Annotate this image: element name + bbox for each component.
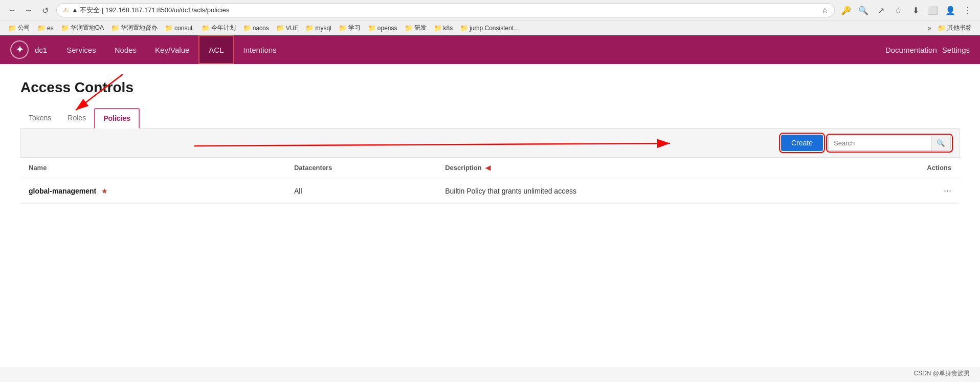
bookmark-gongsi[interactable]: 📁 公司 xyxy=(5,23,33,33)
folder-icon: 📁 xyxy=(938,24,946,32)
bookmark-jihua[interactable]: 📁 今年计划 xyxy=(198,23,239,33)
consul-nav-right: Documentation Settings xyxy=(885,46,970,54)
bookmark-consul[interactable]: 📁 consuL xyxy=(162,23,197,33)
table-row: global-management ★ All Builtin Policy t… xyxy=(20,178,960,204)
back-button[interactable]: ← xyxy=(5,3,19,17)
url-text: ▲ 不安全 | 192.168.187.171:8500/ui/dc1/acls… xyxy=(72,6,819,15)
star-bookmark-icon[interactable]: ☆ xyxy=(822,7,828,14)
folder-icon: 📁 xyxy=(339,24,347,32)
folder-icon: 📁 xyxy=(61,24,69,32)
bookmark-duban[interactable]: 📁 华润置地督办 xyxy=(108,23,161,33)
documentation-link[interactable]: Documentation xyxy=(885,46,937,54)
bookmark-other[interactable]: 📁 其他书签 xyxy=(934,23,975,33)
folder-icon: 📁 xyxy=(460,24,468,32)
policy-datacenters-cell: All xyxy=(286,178,437,204)
datacenter-label: dc1 xyxy=(35,46,47,54)
consul-navbar: ✦ dc1 Services Nodes Key/Value ACL Inten… xyxy=(0,35,980,64)
tab-policies[interactable]: Policies xyxy=(94,108,140,129)
folder-icon: 📁 xyxy=(165,24,173,32)
bookmark-nacos[interactable]: 📁 nacos xyxy=(240,23,272,33)
column-header-actions: Actions xyxy=(847,158,960,178)
window-icon[interactable]: ⬜ xyxy=(926,3,940,17)
nav-item-intentions[interactable]: Intentions xyxy=(234,35,286,64)
folder-icon: 📁 xyxy=(276,24,284,32)
bookmark-mysql[interactable]: 📁 mysql xyxy=(302,23,334,33)
main-content: Access Controls Tokens Roles Policies Cr… xyxy=(0,64,980,367)
bookmark-jump[interactable]: 📁 jump Consistent... xyxy=(457,23,522,33)
zoom-icon[interactable]: 🔍 xyxy=(856,3,871,17)
folder-icon: 📁 xyxy=(434,24,442,32)
sort-icon: ◀ xyxy=(485,164,491,172)
policy-description-cell: Builtin Policy that grants unlimited acc… xyxy=(437,178,847,204)
bookmark-vue[interactable]: 📁 VUE xyxy=(273,23,302,33)
bookmark-openss[interactable]: 📁 openss xyxy=(365,23,400,33)
bookmark-icon[interactable]: ☆ xyxy=(891,3,905,17)
folder-icon: 📁 xyxy=(405,24,413,32)
browser-toolbar: ← → ↺ ⚠ ▲ 不安全 | 192.168.187.171:8500/ui/… xyxy=(0,0,980,20)
tab-roles[interactable]: Roles xyxy=(59,109,94,128)
bookmark-yanfa[interactable]: 📁 研发 xyxy=(402,23,430,33)
profile-icon[interactable]: 👤 xyxy=(943,3,957,17)
policy-name-cell: global-management ★ xyxy=(20,178,286,204)
folder-icon: 📁 xyxy=(305,24,314,32)
folder-icon: 📁 xyxy=(37,24,46,32)
nav-item-keyvalue[interactable]: Key/Value xyxy=(146,35,198,64)
browser-chrome: ← → ↺ ⚠ ▲ 不安全 | 192.168.187.171:8500/ui/… xyxy=(0,0,980,35)
menu-icon[interactable]: ⋮ xyxy=(961,3,975,17)
folder-icon: 📁 xyxy=(202,24,210,32)
nav-item-nodes[interactable]: Nodes xyxy=(105,35,146,64)
bookmark-xuexi[interactable]: 📁 学习 xyxy=(336,23,364,33)
consul-nav-items: Services Nodes Key/Value ACL Intentions xyxy=(57,35,885,64)
nav-item-acl[interactable]: ACL xyxy=(198,35,234,64)
search-button[interactable]: 🔍 xyxy=(931,136,950,150)
nav-item-services[interactable]: Services xyxy=(57,35,105,64)
share-icon[interactable]: ↗ xyxy=(874,3,888,17)
folder-icon: 📁 xyxy=(111,24,119,32)
consul-logo-text: ✦ xyxy=(16,44,24,55)
policies-table: Name Datacenters Description ◀ Actions g… xyxy=(20,158,960,204)
actions-menu-button[interactable]: ··· xyxy=(944,185,951,196)
bookmarks-bar: 📁 公司 📁 es 📁 华润置地OA 📁 华润置地督办 📁 consuL 📁 今… xyxy=(0,20,980,35)
folder-icon: 📁 xyxy=(8,24,16,32)
bookmark-oa[interactable]: 📁 华润置地OA xyxy=(58,23,107,33)
key-icon[interactable]: 🔑 xyxy=(839,3,853,17)
address-bar[interactable]: ⚠ ▲ 不安全 | 192.168.187.171:8500/ui/dc1/ac… xyxy=(56,3,835,17)
download-icon[interactable]: ⬇ xyxy=(908,3,923,17)
column-header-name: Name xyxy=(20,158,286,178)
table-toolbar: Create 🔍 xyxy=(20,129,960,158)
policy-name[interactable]: global-management xyxy=(29,187,96,195)
folder-icon: 📁 xyxy=(368,24,376,32)
tabs-container: Tokens Roles Policies xyxy=(20,108,960,129)
column-header-datacenters: Datacenters xyxy=(286,158,437,178)
table-body: global-management ★ All Builtin Policy t… xyxy=(20,178,960,204)
bookmarks-overflow[interactable]: » xyxy=(926,24,933,33)
tab-tokens[interactable]: Tokens xyxy=(20,109,59,128)
search-input[interactable] xyxy=(829,136,931,150)
bookmark-es[interactable]: 📁 es xyxy=(34,23,57,33)
consul-logo: ✦ xyxy=(10,40,29,59)
nav-buttons: ← → ↺ xyxy=(5,3,52,17)
policy-actions-cell: ··· xyxy=(847,178,960,204)
security-icon: ⚠ xyxy=(63,7,69,14)
create-button[interactable]: Create xyxy=(781,135,823,151)
table-header: Name Datacenters Description ◀ Actions xyxy=(20,158,960,178)
forward-button[interactable]: → xyxy=(21,3,36,17)
folder-icon: 📁 xyxy=(243,24,251,32)
reload-button[interactable]: ↺ xyxy=(38,3,52,17)
column-header-description: Description ◀ xyxy=(437,158,847,178)
starred-icon: ★ xyxy=(101,187,108,195)
page-title: Access Controls xyxy=(20,79,960,96)
search-container: 🔍 xyxy=(828,136,951,151)
bookmark-k8s[interactable]: 📁 k8s xyxy=(431,23,456,33)
browser-actions: 🔑 🔍 ↗ ☆ ⬇ ⬜ 👤 ⋮ xyxy=(839,3,975,17)
settings-link[interactable]: Settings xyxy=(942,46,970,54)
